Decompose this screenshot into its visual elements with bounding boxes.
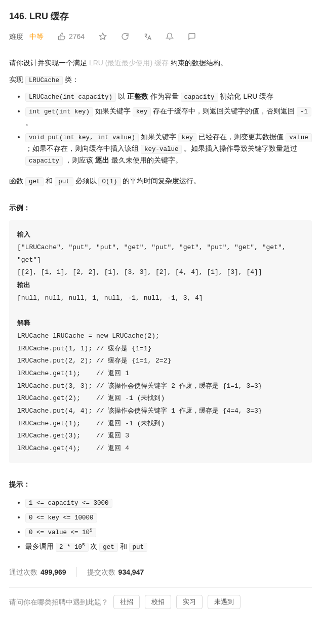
hints-heading: 提示： (9, 478, 312, 490)
bell-icon[interactable] (166, 32, 174, 41)
svg-marker-0 (99, 33, 106, 39)
methods-list: LRUCache(int capacity) 以 正整数 作为容量 capaci… (9, 91, 312, 166)
survey-option[interactable]: 校招 (145, 595, 171, 610)
func-complexity-line: 函数 get 和 put 必须以 O(1) 的平均时间复杂度运行。 (9, 175, 312, 187)
submissions-stat: 提交次数934,947 (87, 567, 144, 578)
lru-link[interactable]: LRU (最近最少使用) 缓存 (89, 59, 171, 67)
star-icon[interactable] (99, 32, 107, 41)
meta-row: 难度 中等 2764 (9, 31, 312, 42)
inline-code: LRUCache (25, 76, 63, 85)
survey-option[interactable]: 社招 (113, 595, 140, 610)
thumbs-up-icon (58, 32, 66, 41)
like-button[interactable]: 2764 (58, 31, 85, 42)
problem-content: 请你设计并实现一个满足 LRU (最近最少使用) 缓存 约束的数据结构。 实现 … (9, 57, 312, 609)
list-item: 0 <= value <= 105 (25, 526, 312, 538)
difficulty-value: 中等 (29, 32, 44, 41)
stats-row: 通过次数499,969 提交次数934,947 (9, 567, 312, 578)
list-item: int get(int key) 如果关键字 key 存在于缓存中，则返回关键字… (25, 105, 312, 128)
survey-option[interactable]: 未遇到 (208, 595, 240, 610)
problem-title: 146. LRU 缓存 (9, 9, 312, 24)
hints-list: 1 <= capacity <= 3000 0 <= key <= 10000 … (9, 497, 312, 552)
passed-stat: 通过次数499,969 (9, 567, 66, 578)
like-count: 2764 (69, 31, 85, 42)
feedback-icon[interactable] (188, 32, 196, 41)
list-item: 最多调用 2 * 105 次 get 和 put (25, 541, 312, 552)
difficulty-label: 难度 (9, 32, 23, 41)
divider (76, 567, 77, 577)
implement-line: 实现 LRUCache 类： (9, 74, 312, 86)
survey-option[interactable]: 实习 (176, 595, 203, 610)
difficulty: 难度 中等 (9, 31, 44, 42)
survey-question: 请问你在哪类招聘中遇到此题？ (9, 596, 108, 608)
survey-row: 请问你在哪类招聘中遇到此题？ 社招 校招 实习 未遇到 (9, 587, 312, 610)
list-item: 0 <= key <= 10000 (25, 511, 312, 523)
example-heading: 示例： (9, 202, 312, 213)
intro-line: 请你设计并实现一个满足 LRU (最近最少使用) 缓存 约束的数据结构。 (9, 57, 312, 68)
list-item: 1 <= capacity <= 3000 (25, 497, 312, 508)
list-item: void put(int key, int value) 如果关键字 key 已… (25, 131, 312, 166)
translate-icon[interactable] (143, 32, 151, 41)
share-icon[interactable] (121, 32, 129, 41)
list-item: LRUCache(int capacity) 以 正整数 作为容量 capaci… (25, 91, 312, 102)
example-block: 输入 ["LRUCache", "put", "put", "get", "pu… (9, 220, 312, 463)
